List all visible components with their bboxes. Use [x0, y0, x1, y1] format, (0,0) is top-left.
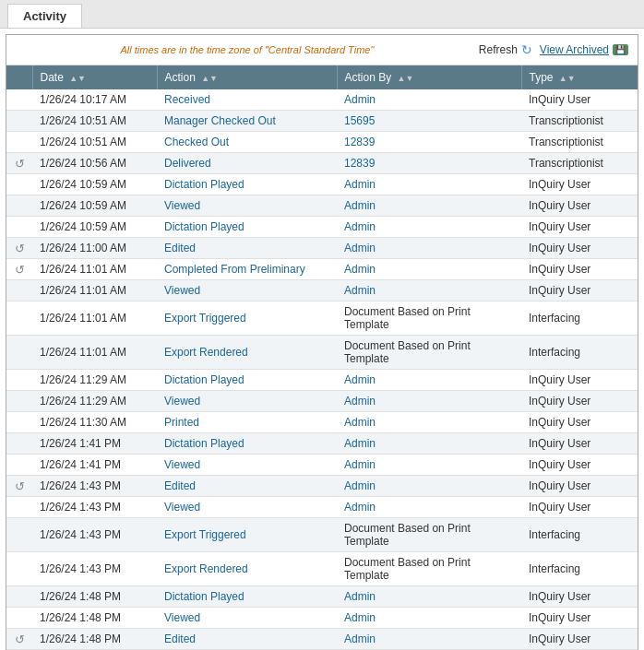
row-action: Dictation Played — [157, 433, 337, 455]
table-row: 1/26/24 10:51 AMChecked Out12839Transcri… — [6, 132, 638, 153]
row-type: InQuiry User — [521, 391, 638, 412]
refresh-button[interactable]: Refresh ↻ — [479, 42, 532, 57]
row-icon-cell — [6, 336, 32, 370]
row-action: Export Rendered — [157, 552, 337, 586]
row-date: 1/26/24 10:59 AM — [32, 195, 157, 217]
row-date: 1/26/24 1:41 PM — [32, 455, 157, 476]
row-type: InQuiry User — [521, 89, 638, 111]
row-action-by: Document Based on Print Template — [337, 336, 521, 370]
row-type: InQuiry User — [521, 280, 638, 301]
row-icon-cell — [6, 552, 32, 586]
row-type: InQuiry User — [521, 629, 638, 650]
row-icon-cell — [6, 433, 32, 455]
refresh-icon: ↻ — [521, 42, 532, 57]
row-type: InQuiry User — [521, 174, 638, 195]
row-type: InQuiry User — [521, 608, 638, 629]
row-action: Received — [157, 89, 337, 111]
row-action: Printed — [157, 412, 337, 433]
row-action-by: Admin — [337, 476, 521, 497]
table-row: ↺1/26/24 1:43 PMEditedAdminInQuiry User — [6, 476, 638, 497]
row-action-by: Admin — [337, 89, 521, 111]
row-type: InQuiry User — [521, 476, 638, 497]
row-date: 1/26/24 1:41 PM — [32, 433, 157, 455]
row-action: Viewed — [157, 497, 337, 518]
row-date: 1/26/24 11:01 AM — [32, 259, 157, 280]
row-icon-cell — [6, 174, 32, 195]
row-icon-cell: ↺ — [6, 629, 32, 650]
table-row: 1/26/24 10:51 AMManager Checked Out15695… — [6, 111, 638, 132]
row-date: 1/26/24 1:43 PM — [32, 497, 157, 518]
row-action-by: 15695 — [337, 111, 521, 132]
col-type[interactable]: Type ▲▼ — [521, 65, 638, 89]
row-icon-cell — [6, 111, 32, 132]
table-row: 1/26/24 1:43 PMExport TriggeredDocument … — [6, 518, 638, 552]
col-date[interactable]: Date ▲▼ — [32, 65, 157, 89]
timezone-text: All times are in the time zone of "Centr… — [16, 44, 479, 55]
row-date: 1/26/24 1:48 PM — [32, 586, 157, 608]
activity-tab[interactable]: Activity — [7, 4, 82, 28]
row-type: InQuiry User — [521, 433, 638, 455]
row-action-by: Admin — [337, 217, 521, 238]
row-action: Export Rendered — [157, 336, 337, 370]
row-date: 1/26/24 11:01 AM — [32, 301, 157, 336]
row-action-by: Document Based on Print Template — [337, 552, 521, 586]
toolbar-right: Refresh ↻ View Archived 💾 — [479, 42, 628, 57]
table-row: ↺1/26/24 11:01 AMCompleted From Prelimin… — [6, 259, 638, 280]
table-row: 1/26/24 1:41 PMViewedAdminInQuiry User — [6, 455, 638, 476]
table-row: 1/26/24 11:01 AMExport TriggeredDocument… — [6, 301, 638, 336]
row-action: Delivered — [157, 153, 337, 174]
col-action-by[interactable]: Action By ▲▼ — [337, 65, 521, 89]
row-icon-cell — [6, 518, 32, 552]
row-date: 1/26/24 10:59 AM — [32, 217, 157, 238]
row-action: Edited — [157, 238, 337, 259]
table-row: 1/26/24 11:01 AMViewedAdminInQuiry User — [6, 280, 638, 301]
top-toolbar: All times are in the time zone of "Centr… — [6, 35, 638, 65]
row-action: Checked Out — [157, 132, 337, 153]
table-row: 1/26/24 11:29 AMViewedAdminInQuiry User — [6, 391, 638, 412]
row-type: InQuiry User — [521, 497, 638, 518]
row-action-by: Admin — [337, 433, 521, 455]
row-action-by: 12839 — [337, 132, 521, 153]
row-date: 1/26/24 10:51 AM — [32, 111, 157, 132]
row-action-by: Admin — [337, 280, 521, 301]
undo-icon: ↺ — [15, 632, 25, 646]
row-type: Transcriptionist — [521, 111, 638, 132]
row-action: Dictation Played — [157, 586, 337, 608]
row-action: Manager Checked Out — [157, 111, 337, 132]
row-date: 1/26/24 11:01 AM — [32, 336, 157, 370]
row-date: 1/26/24 10:17 AM — [32, 89, 157, 111]
row-action-by: Admin — [337, 174, 521, 195]
tab-bar: Activity — [0, 0, 644, 29]
row-action: Viewed — [157, 391, 337, 412]
row-action-by: Admin — [337, 455, 521, 476]
table-row: 1/26/24 10:59 AMViewedAdminInQuiry User — [6, 195, 638, 217]
sort-type-icon: ▲▼ — [559, 74, 576, 83]
col-action[interactable]: Action ▲▼ — [157, 65, 337, 89]
row-date: 1/26/24 11:29 AM — [32, 370, 157, 391]
row-action-by: Admin — [337, 238, 521, 259]
row-type: Transcriptionist — [521, 132, 638, 153]
row-action-by: Document Based on Print Template — [337, 518, 521, 552]
table-row: 1/26/24 10:59 AMDictation PlayedAdminInQ… — [6, 217, 638, 238]
row-action: Completed From Preliminary — [157, 259, 337, 280]
row-type: InQuiry User — [521, 195, 638, 217]
archive-icon: 💾 — [613, 44, 628, 55]
row-action-by: Admin — [337, 195, 521, 217]
table-row: 1/26/24 11:01 AMExport RenderedDocument … — [6, 336, 638, 370]
outer-container: All times are in the time zone of "Centr… — [6, 34, 638, 650]
undo-icon: ↺ — [15, 157, 25, 171]
view-archived-button[interactable]: View Archived 💾 — [540, 43, 628, 56]
row-action: Dictation Played — [157, 174, 337, 195]
row-type: Interfacing — [521, 301, 638, 336]
table-header-row: Date ▲▼ Action ▲▼ Action By ▲▼ Type ▲▼ — [6, 65, 638, 89]
row-date: 1/26/24 1:43 PM — [32, 552, 157, 586]
row-action-by: Admin — [337, 412, 521, 433]
row-icon-cell — [6, 455, 32, 476]
row-type: InQuiry User — [521, 238, 638, 259]
row-date: 1/26/24 11:00 AM — [32, 238, 157, 259]
row-date: 1/26/24 11:29 AM — [32, 391, 157, 412]
table-row: 1/26/24 1:43 PMViewedAdminInQuiry User — [6, 497, 638, 518]
row-action: Viewed — [157, 195, 337, 217]
row-icon-cell — [6, 280, 32, 301]
row-type: Interfacing — [521, 336, 638, 370]
